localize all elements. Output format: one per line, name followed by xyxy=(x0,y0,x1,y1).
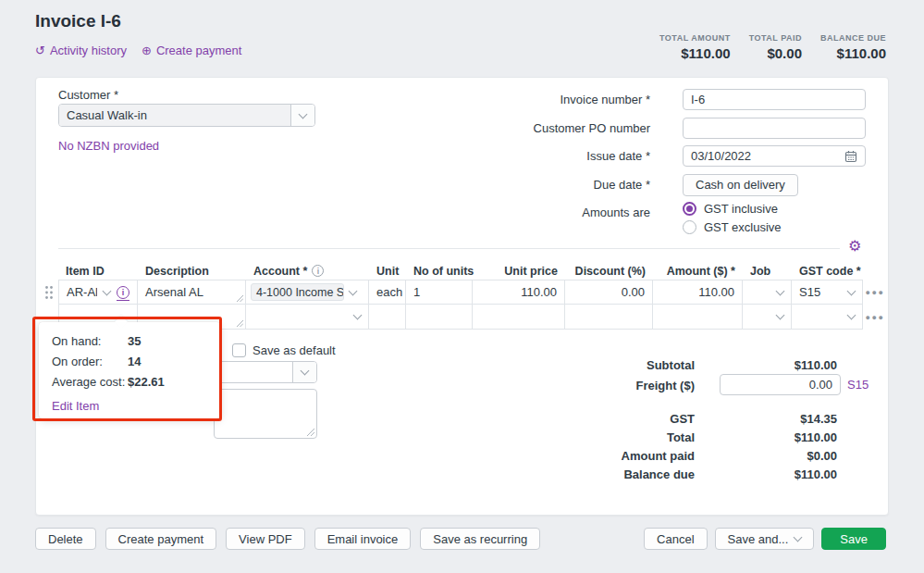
total-amount-summary: TOTAL AMOUNT $110.00 xyxy=(659,33,731,61)
col-account: Account * i xyxy=(246,262,369,280)
item-info-icon[interactable]: i xyxy=(117,284,129,301)
table-divider xyxy=(58,248,840,249)
balance-due-total-label: Balance due xyxy=(480,467,695,481)
customer-po-input[interactable] xyxy=(683,118,866,139)
row-drag-handle[interactable] xyxy=(40,280,58,305)
on-order-label: On order: xyxy=(52,355,128,368)
calendar-icon[interactable] xyxy=(844,150,857,163)
no-of-units-cell-empty[interactable] xyxy=(406,305,473,330)
chevron-down-icon xyxy=(349,286,358,295)
chevron-down-icon xyxy=(353,311,363,320)
discount-cell[interactable]: 0.00 xyxy=(565,280,653,305)
col-job: Job xyxy=(743,262,792,280)
history-icon: ↺ xyxy=(35,44,45,56)
notes-select[interactable] xyxy=(214,361,317,383)
delete-button[interactable]: Delete xyxy=(35,528,96,550)
unit-cell[interactable]: each xyxy=(369,280,406,305)
save-as-default-option[interactable]: Save as default xyxy=(232,343,336,357)
chevron-down-icon xyxy=(847,311,856,320)
activity-history-link[interactable]: ↺ Activity history xyxy=(35,44,127,57)
chevron-down-icon xyxy=(776,311,785,320)
account-info-icon[interactable]: i xyxy=(312,265,324,277)
total-label: Total xyxy=(480,430,695,444)
col-no-of-units: No of units xyxy=(406,262,473,280)
on-hand-label: On hand: xyxy=(52,334,128,348)
plus-circle-icon: ⊕ xyxy=(142,44,152,56)
activity-history-label: Activity history xyxy=(50,44,127,57)
account-cell-empty[interactable] xyxy=(246,305,369,330)
amount-cell-empty[interactable] xyxy=(653,305,743,330)
on-order-value: 14 xyxy=(128,355,141,368)
issue-date-input[interactable]: 03/10/2022 xyxy=(683,145,866,167)
total-amount-label: TOTAL AMOUNT xyxy=(659,33,731,43)
cancel-button[interactable]: Cancel xyxy=(644,528,707,550)
view-pdf-button[interactable]: View PDF xyxy=(226,528,305,550)
save-as-default-label: Save as default xyxy=(253,343,336,357)
chevron-down-icon xyxy=(301,367,310,376)
invoice-number-input[interactable]: I-6 xyxy=(683,89,866,110)
amount-paid-row: Amount paid $0.00 xyxy=(480,446,837,465)
email-invoice-button[interactable]: Email invoice xyxy=(314,528,412,550)
save-and-button[interactable]: Save and... xyxy=(715,528,815,550)
item-id-value: AR-Al xyxy=(67,285,97,299)
gst-code-cell-empty[interactable] xyxy=(792,305,863,330)
gear-icon[interactable]: ⚙ xyxy=(848,237,861,255)
freight-input[interactable]: 0.00 xyxy=(720,374,841,395)
balance-due-value: $110.00 xyxy=(820,45,886,61)
resize-handle-icon[interactable] xyxy=(237,295,243,302)
gst-exclusive-option[interactable]: GST exclusive xyxy=(683,220,782,234)
save-as-default-checkbox[interactable] xyxy=(232,343,246,357)
customer-po-label: Customer PO number xyxy=(534,121,650,135)
gst-code-value: S15 xyxy=(799,285,848,299)
subtotal-value: $110.00 xyxy=(695,358,837,372)
total-paid-summary: TOTAL PAID $0.00 xyxy=(749,33,802,61)
description-cell[interactable]: Arsenal AL xyxy=(138,280,246,305)
create-payment-button[interactable]: Create payment xyxy=(105,528,217,550)
chevron-down-icon xyxy=(794,533,803,542)
notes-textarea[interactable] xyxy=(214,389,317,439)
row-options-button[interactable]: ●●● xyxy=(863,280,887,305)
invoice-form-card: Customer * Casual Walk-in No NZBN provid… xyxy=(35,77,889,516)
col-gst-code: GST code * xyxy=(792,262,863,280)
col-unit-price: Unit price xyxy=(473,262,565,280)
due-date-label: Due date * xyxy=(594,178,650,192)
save-button[interactable]: Save xyxy=(821,528,886,550)
gst-code-cell[interactable]: S15 xyxy=(792,280,863,305)
edit-item-link[interactable]: Edit Item xyxy=(52,399,220,413)
unit-price-cell[interactable]: 110.00 xyxy=(473,280,565,305)
total-amount-value: $110.00 xyxy=(659,45,731,61)
amount-cell[interactable]: 110.00 xyxy=(653,280,743,305)
unit-price-cell-empty[interactable] xyxy=(473,305,565,330)
gst-exclusive-radio[interactable] xyxy=(683,220,696,234)
discount-cell-empty[interactable] xyxy=(565,305,653,330)
job-cell-empty[interactable] xyxy=(743,305,792,330)
freight-label: Freight ($) xyxy=(480,379,695,392)
gst-inclusive-label: GST inclusive xyxy=(704,202,778,216)
freight-tax-code-link[interactable]: S15 xyxy=(847,378,869,392)
account-value: 4-1000 Income Sale xyxy=(251,283,344,301)
job-cell[interactable] xyxy=(743,280,792,305)
average-cost-label: Average cost: xyxy=(52,375,128,389)
invoice-number-row: Invoice number * I-6 xyxy=(36,89,866,110)
no-of-units-cell[interactable]: 1 xyxy=(406,280,473,305)
invoice-summary: TOTAL AMOUNT $110.00 TOTAL PAID $0.00 BA… xyxy=(659,33,886,61)
create-payment-link[interactable]: ⊕ Create payment xyxy=(142,44,241,57)
gst-value: $14.35 xyxy=(695,412,837,426)
col-discount: Discount (%) xyxy=(565,262,653,280)
description-value: Arsenal AL xyxy=(145,285,203,299)
chevron-down-icon xyxy=(103,286,112,295)
save-as-recurring-button[interactable]: Save as recurring xyxy=(420,528,540,550)
item-id-cell[interactable]: AR-Al i xyxy=(58,280,138,305)
row-options-button[interactable]: ●●● xyxy=(863,305,887,330)
freight-row: Freight ($) 0.00 S15 xyxy=(480,376,837,394)
item-details-tooltip: On hand: 35 On order: 14 Average cost: $… xyxy=(39,322,220,418)
gst-inclusive-radio[interactable] xyxy=(683,202,696,216)
header-links: ↺ Activity history ⊕ Create payment xyxy=(35,44,241,57)
account-cell[interactable]: 4-1000 Income Sale xyxy=(246,280,369,305)
unit-cell-empty[interactable] xyxy=(369,305,406,330)
resize-handle-icon[interactable] xyxy=(237,320,243,327)
due-date-button[interactable]: Cash on delivery xyxy=(683,174,798,196)
gst-label: GST xyxy=(480,412,695,426)
gst-inclusive-option[interactable]: GST inclusive xyxy=(683,202,778,216)
resize-handle-icon[interactable] xyxy=(307,429,314,436)
